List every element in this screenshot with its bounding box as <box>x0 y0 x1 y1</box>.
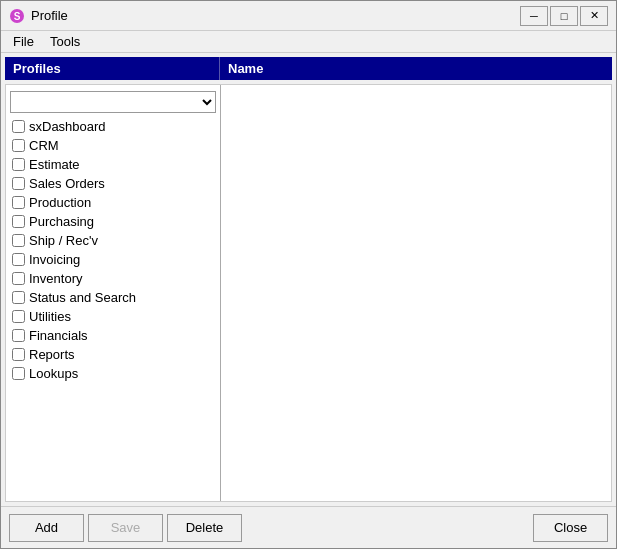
checkbox-status-and-search[interactable] <box>12 291 25 304</box>
checkbox-item: Ship / Rec'v <box>8 231 218 250</box>
close-button-footer[interactable]: Close <box>533 514 608 542</box>
checkbox-label: Invoicing <box>29 252 80 267</box>
checkbox-item: Financials <box>8 326 218 345</box>
checkbox-label: sxDashboard <box>29 119 106 134</box>
checkbox-item: Estimate <box>8 155 218 174</box>
checkbox-label: Inventory <box>29 271 82 286</box>
delete-button[interactable]: Delete <box>167 514 242 542</box>
checkbox-production[interactable] <box>12 196 25 209</box>
table-header: Profiles Name <box>5 57 612 80</box>
checkbox-crm[interactable] <box>12 139 25 152</box>
checkbox-label: CRM <box>29 138 59 153</box>
checkbox-purchasing[interactable] <box>12 215 25 228</box>
window-title: Profile <box>31 8 520 23</box>
checkbox-item: Invoicing <box>8 250 218 269</box>
title-bar: S Profile ─ □ ✕ <box>1 1 616 31</box>
checkbox-inventory[interactable] <box>12 272 25 285</box>
menu-bar: File Tools <box>1 31 616 53</box>
menu-tools[interactable]: Tools <box>42 32 88 51</box>
checkbox-item: Inventory <box>8 269 218 288</box>
checkbox-item: Purchasing <box>8 212 218 231</box>
dropdown-row <box>8 89 218 117</box>
svg-text:S: S <box>14 11 21 22</box>
checkbox-utilities[interactable] <box>12 310 25 323</box>
checkbox-item: Status and Search <box>8 288 218 307</box>
checkbox-sxdashboard[interactable] <box>12 120 25 133</box>
left-panel: sxDashboardCRMEstimateSales OrdersProduc… <box>6 85 221 501</box>
checkbox-financials[interactable] <box>12 329 25 342</box>
checkbox-item: Reports <box>8 345 218 364</box>
checkbox-ship--recv[interactable] <box>12 234 25 247</box>
checkbox-reports[interactable] <box>12 348 25 361</box>
checkbox-label: Production <box>29 195 91 210</box>
col-name-header: Name <box>220 57 612 80</box>
minimize-button[interactable]: ─ <box>520 6 548 26</box>
main-window: S Profile ─ □ ✕ File Tools Profiles Name <box>0 0 617 549</box>
checkbox-label: Sales Orders <box>29 176 105 191</box>
maximize-button[interactable]: □ <box>550 6 578 26</box>
profiles-dropdown[interactable] <box>10 91 216 113</box>
checkbox-item: Production <box>8 193 218 212</box>
col-profiles-header: Profiles <box>5 57 220 80</box>
checkbox-item: Sales Orders <box>8 174 218 193</box>
right-panel <box>221 85 611 501</box>
window-controls: ─ □ ✕ <box>520 6 608 26</box>
checkbox-label: Estimate <box>29 157 80 172</box>
menu-file[interactable]: File <box>5 32 42 51</box>
checkbox-sales-orders[interactable] <box>12 177 25 190</box>
checkbox-label: Reports <box>29 347 75 362</box>
checkbox-item: Utilities <box>8 307 218 326</box>
checkbox-label: Status and Search <box>29 290 136 305</box>
checkbox-label: Purchasing <box>29 214 94 229</box>
app-icon: S <box>9 8 25 24</box>
footer-bar: Add Save Delete Close <box>1 506 616 548</box>
checkbox-label: Financials <box>29 328 88 343</box>
add-button[interactable]: Add <box>9 514 84 542</box>
checkbox-estimate[interactable] <box>12 158 25 171</box>
checkbox-lookups[interactable] <box>12 367 25 380</box>
checkbox-invoicing[interactable] <box>12 253 25 266</box>
checkbox-label: Lookups <box>29 366 78 381</box>
table-body: sxDashboardCRMEstimateSales OrdersProduc… <box>5 84 612 502</box>
content-area: Profiles Name sxDashboardCRMEstimateSale… <box>1 53 616 506</box>
checkbox-label: Utilities <box>29 309 71 324</box>
footer-left-buttons: Add Save Delete <box>9 514 242 542</box>
close-button[interactable]: ✕ <box>580 6 608 26</box>
checkbox-item: CRM <box>8 136 218 155</box>
checkbox-item: Lookups <box>8 364 218 383</box>
checkbox-label: Ship / Rec'v <box>29 233 98 248</box>
save-button[interactable]: Save <box>88 514 163 542</box>
checkbox-list: sxDashboardCRMEstimateSales OrdersProduc… <box>8 117 218 383</box>
checkbox-item: sxDashboard <box>8 117 218 136</box>
